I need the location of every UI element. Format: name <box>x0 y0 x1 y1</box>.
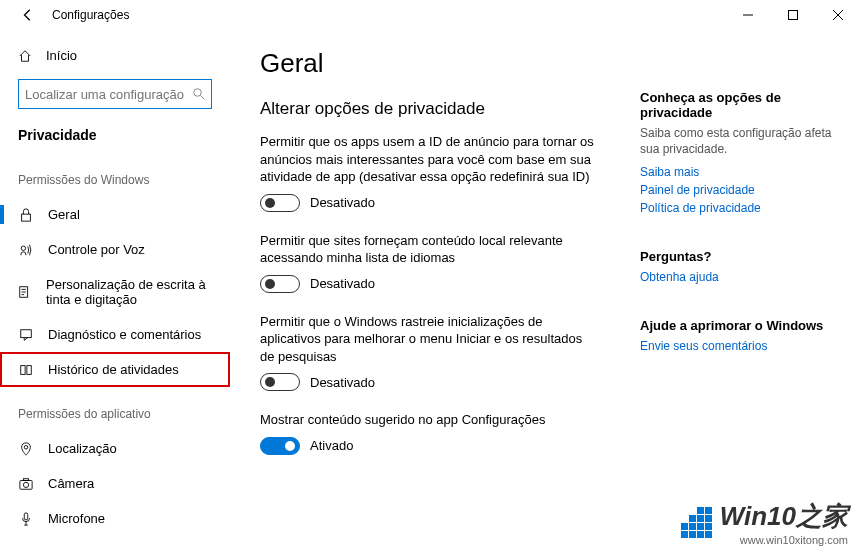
sidebar-item-escrita[interactable]: Personalização de escrita à tinta e digi… <box>0 267 230 317</box>
sidebar-item-label: Personalização de escrita à tinta e digi… <box>46 277 212 307</box>
svg-rect-10 <box>21 329 32 337</box>
option-app-launch: Permitir que o Windows rastreie iniciali… <box>260 313 600 392</box>
toggle-ad-id[interactable] <box>260 194 300 212</box>
svg-rect-1 <box>788 11 797 20</box>
sidebar-item-geral[interactable]: Geral <box>0 197 230 232</box>
svg-rect-11 <box>21 365 25 374</box>
link-envie-comentarios[interactable]: Envie seus comentários <box>640 339 840 353</box>
toggle-app-launch[interactable] <box>260 373 300 391</box>
location-icon <box>18 442 34 456</box>
right-column: Conheça as opções de privacidade Saiba c… <box>640 30 860 552</box>
sidebar-item-historico[interactable]: Histórico de atividades <box>0 352 230 387</box>
toggle-state-label: Ativado <box>310 438 353 453</box>
svg-line-3 <box>201 96 205 100</box>
sidebar-item-camera[interactable]: Câmera <box>0 466 230 501</box>
link-painel-privacidade[interactable]: Painel de privacidade <box>640 183 840 197</box>
lock-icon <box>18 208 34 222</box>
sidebar-item-label: Câmera <box>48 476 94 491</box>
questions-heading: Perguntas? <box>640 249 840 264</box>
sidebar-item-label: Controle por Voz <box>48 242 145 257</box>
back-button[interactable] <box>12 0 44 30</box>
microphone-icon <box>18 512 34 526</box>
svg-rect-4 <box>22 214 31 221</box>
sidebar-item-microfone[interactable]: Microfone <box>0 501 230 536</box>
link-obtenha-ajuda[interactable]: Obtenha ajuda <box>640 270 840 284</box>
svg-rect-16 <box>23 478 28 480</box>
option-suggested-content: Mostrar conteúdo sugerido no app Configu… <box>260 411 600 455</box>
home-link[interactable]: Início <box>0 40 230 71</box>
search-input[interactable] <box>25 87 193 102</box>
svg-point-5 <box>21 246 25 250</box>
page-title: Geral <box>260 48 610 79</box>
sidebar-item-diagnostico[interactable]: Diagnóstico e comentários <box>0 317 230 352</box>
option-desc: Permitir que os apps usem a ID de anúnci… <box>260 133 600 186</box>
toggle-suggested-content[interactable] <box>260 437 300 455</box>
sidebar-item-label: Geral <box>48 207 80 222</box>
option-desc: Permitir que o Windows rastreie iniciali… <box>260 313 600 366</box>
search-box[interactable] <box>18 79 212 109</box>
window-title: Configurações <box>52 8 129 22</box>
svg-point-13 <box>24 445 28 449</box>
privacy-options-text: Saiba como esta configuração afeta sua p… <box>640 126 840 157</box>
sidebar-item-localizacao[interactable]: Localização <box>0 431 230 466</box>
sidebar-item-label: Diagnóstico e comentários <box>48 327 201 342</box>
sidebar-item-label: Microfone <box>48 511 105 526</box>
option-desc: Permitir que sites forneçam conteúdo loc… <box>260 232 600 267</box>
toggle-state-label: Desativado <box>310 195 375 210</box>
section-app-perms: Permissões do aplicativo <box>0 387 230 431</box>
minimize-icon <box>743 10 753 20</box>
option-ad-id: Permitir que os apps usem a ID de anúnci… <box>260 133 600 212</box>
sidebar-heading: Privacidade <box>0 123 230 153</box>
activity-icon <box>18 363 34 377</box>
svg-point-2 <box>194 89 202 97</box>
window-controls <box>725 0 860 30</box>
maximize-icon <box>788 10 798 20</box>
section-windows-perms: Permissões do Windows <box>0 153 230 197</box>
sidebar-item-label: Localização <box>48 441 117 456</box>
home-label: Início <box>46 48 77 63</box>
close-icon <box>833 10 843 20</box>
sidebar: Início Privacidade Permissões do Windows… <box>0 30 230 552</box>
toggle-language-list[interactable] <box>260 275 300 293</box>
link-saiba-mais[interactable]: Saiba mais <box>640 165 840 179</box>
minimize-button[interactable] <box>725 0 770 30</box>
feedback-icon <box>18 328 34 342</box>
toggle-state-label: Desativado <box>310 375 375 390</box>
link-politica-privacidade[interactable]: Política de privacidade <box>640 201 840 215</box>
improve-heading: Ajude a aprimorar o Windows <box>640 318 840 333</box>
option-language-list: Permitir que sites forneçam conteúdo loc… <box>260 232 600 293</box>
camera-icon <box>18 477 34 491</box>
svg-rect-17 <box>24 512 28 519</box>
option-desc: Mostrar conteúdo sugerido no app Configu… <box>260 411 600 429</box>
inking-icon <box>18 285 32 299</box>
search-icon <box>193 87 205 101</box>
section-subheading: Alterar opções de privacidade <box>260 99 610 119</box>
svg-rect-12 <box>27 365 31 374</box>
close-button[interactable] <box>815 0 860 30</box>
privacy-options-heading: Conheça as opções de privacidade <box>640 90 840 120</box>
sidebar-item-voz[interactable]: Controle por Voz <box>0 232 230 267</box>
toggle-state-label: Desativado <box>310 276 375 291</box>
svg-point-15 <box>23 482 28 487</box>
main-content: Geral Alterar opções de privacidade Perm… <box>230 30 640 552</box>
home-icon <box>18 49 32 63</box>
titlebar: Configurações <box>0 0 860 30</box>
sidebar-item-label: Histórico de atividades <box>48 362 179 377</box>
arrow-left-icon <box>21 8 35 22</box>
maximize-button[interactable] <box>770 0 815 30</box>
speech-icon <box>18 243 34 257</box>
